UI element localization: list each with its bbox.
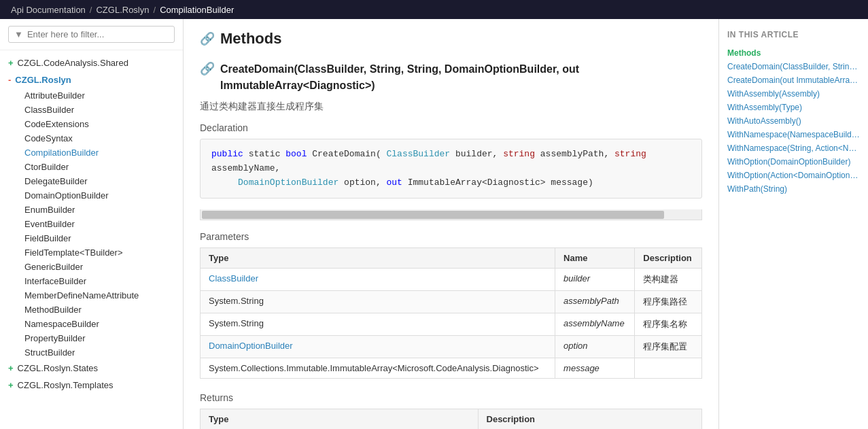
code-type-domainoptionbuilder: DomainOptionBuilder: [238, 177, 338, 188]
sidebar-item-fieldtemplate[interactable]: FieldTemplate<TBuilder>: [16, 245, 183, 260]
toc-item-withassembly-assembly[interactable]: WithAssembly(Assembly): [727, 87, 860, 101]
param-type-domainoptionbuilder-link[interactable]: DomainOptionBuilder: [209, 341, 293, 351]
param-desc-assemblypath: 程序集路径: [635, 291, 702, 313]
sidebar-item-ctorbuilder[interactable]: CtorBuilder: [16, 160, 183, 174]
parameters-table: Type Name Description ClassBuilder build…: [200, 247, 702, 379]
breadcrumb-api-docs[interactable]: Api Documentation: [11, 5, 86, 15]
params-col-name: Name: [555, 248, 635, 269]
param-type-classbuilder-link[interactable]: ClassBuilder: [209, 273, 258, 284]
toc-item-withassembly-type[interactable]: WithAssembly(Type): [727, 101, 860, 114]
filter-input-wrap[interactable]: ▼: [8, 26, 175, 43]
sidebar-item-classbuilder[interactable]: ClassBuilder: [16, 103, 183, 117]
sidebar-group-czgl-roslyn-states[interactable]: + CZGL.Roslyn.States: [0, 360, 183, 377]
sidebar-item-structbuilder[interactable]: StructBuilder: [16, 345, 183, 360]
expand-icon-templates: +: [8, 380, 14, 390]
code-text-immutable: ImmutableArray<Diagnostic> message): [408, 177, 593, 188]
sidebar-group-label-templates: CZGL.Roslyn.Templates: [18, 380, 114, 390]
sidebar-item-enumbuilder[interactable]: EnumBuilder: [16, 203, 183, 217]
expand-icon-states: +: [8, 363, 14, 373]
code-keyword-out: out: [387, 177, 402, 188]
param-desc-builder: 类构建器: [635, 269, 702, 291]
returns-col-desc: Description: [478, 409, 701, 429]
expand-icon-roslyn: -: [8, 75, 11, 85]
toc-item-withnamespace-builder[interactable]: WithNamespace(NamespaceBuilder): [727, 128, 860, 141]
code-type-classbuilder: ClassBuilder: [387, 149, 451, 159]
breadcrumb: Api Documentation / CZGL.Roslyn / Compil…: [0, 0, 868, 19]
anchor-icon-createdomain: 🔗: [200, 61, 215, 76]
sidebar-item-methodbuilder[interactable]: MethodBuilder: [16, 303, 183, 317]
breadcrumb-sep-1: /: [90, 5, 92, 15]
sidebar-item-delegatebuilder[interactable]: DelegateBuilder: [16, 174, 183, 188]
sidebar-item-fieldbuilder[interactable]: FieldBuilder: [16, 231, 183, 245]
sidebar-item-propertybuilder[interactable]: PropertyBuilder: [16, 331, 183, 345]
table-row: DomainOptionBuilder option 程序集配置: [201, 336, 702, 358]
params-col-desc: Description: [635, 248, 702, 269]
returns-label: Returns: [200, 392, 702, 403]
toc-item-methods[interactable]: Methods: [727, 46, 860, 60]
parameters-label: Parameters: [200, 231, 702, 242]
code-text-option: option,: [344, 177, 386, 188]
param-type-systemstring2: System.String: [201, 313, 555, 336]
declaration-label: Declaration: [200, 122, 702, 133]
param-name-option: option: [563, 341, 587, 351]
sidebar-item-attributebuilder[interactable]: AttributeBuilder: [16, 88, 183, 103]
code-keyword-public: public: [211, 149, 243, 159]
sidebar-item-compilationbuilder[interactable]: CompilationBuilder: [16, 145, 183, 160]
sidebar-group-czgl-codeanalysis-shared[interactable]: + CZGL.CodeAnalysis.Shared: [0, 54, 183, 71]
code-param-string2: string: [614, 149, 646, 159]
sidebar-group-label-states: CZGL.Roslyn.States: [18, 363, 99, 373]
table-row: System.String assemblyPath 程序集路径: [201, 291, 702, 313]
code-text-builder: builder,: [455, 149, 503, 159]
sidebar-item-interfacebuilder[interactable]: InterfaceBuilder: [16, 274, 183, 288]
breadcrumb-current: CompilationBuilder: [160, 5, 234, 15]
param-desc-message: [635, 358, 702, 379]
toc-item-createdomain1[interactable]: CreateDomain(ClassBuilder, String, Stri.…: [727, 60, 860, 73]
param-name-builder: builder: [563, 273, 590, 284]
sidebar-item-domainoptionbuilder[interactable]: DomainOptionBuilder: [16, 188, 183, 203]
toc-item-createdomain2[interactable]: CreateDomain(out ImmutableArray<Di...: [727, 73, 860, 87]
param-name-assemblypath: assemblyPath: [563, 296, 619, 306]
sidebar-items-roslyn: AttributeBuilder ClassBuilder CodeExtens…: [0, 88, 183, 360]
scroll-handle: [202, 211, 664, 219]
params-col-type: Type: [201, 248, 555, 269]
filter-box: ▼: [0, 19, 183, 50]
code-text-assemblypath: assemblyPath,: [540, 149, 614, 159]
code-text-static: static: [249, 149, 286, 159]
param-type-immutablearray: System.Collections.Immutable.ImmutableAr…: [201, 358, 555, 379]
sidebar-group-label-roslyn: CZGL.Roslyn: [15, 75, 71, 85]
section-title-text: Methods: [220, 30, 281, 48]
param-desc-option: 程序集配置: [635, 336, 702, 358]
method-header-createdomain: 🔗 CreateDomain(ClassBuilder, String, Str…: [200, 61, 702, 94]
filter-icon: ▼: [14, 29, 23, 39]
method-title-createdomain: CreateDomain(ClassBuilder, String, Strin…: [220, 61, 702, 94]
sidebar-item-namespacebuilder[interactable]: NamespaceBuilder: [16, 317, 183, 331]
table-row: ClassBuilder builder 类构建器: [201, 269, 702, 291]
sidebar-item-eventbuilder[interactable]: EventBuilder: [16, 217, 183, 231]
breadcrumb-czgl-roslyn[interactable]: CZGL.Roslyn: [96, 5, 149, 15]
toc-item-withpath[interactable]: WithPath(String): [727, 182, 860, 196]
toc-item-withoption-action[interactable]: WithOption(Action<DomainOptionBuil...: [727, 169, 860, 182]
code-text-assemblyname: assemblyName,: [211, 163, 280, 173]
code-scrollbar[interactable]: [200, 209, 702, 220]
sidebar-item-codeextensions[interactable]: CodeExtensions: [16, 117, 183, 131]
code-keyword-bool: bool: [285, 149, 307, 159]
expand-icon-shared: +: [8, 58, 14, 68]
method-desc-createdomain: 通过类构建器直接生成程序集: [200, 101, 702, 113]
toc-item-withautoassembly[interactable]: WithAutoAssembly(): [727, 114, 860, 128]
code-text-indent: [211, 177, 232, 188]
toc-item-withoption-domain[interactable]: WithOption(DomainOptionBuilder): [727, 155, 860, 169]
search-input[interactable]: [27, 29, 169, 39]
returns-table: Type Description System.Boolean: [200, 409, 702, 429]
sidebar-item-memberdefinenameattribute[interactable]: MemberDefineNameAttribute: [16, 288, 183, 303]
table-row: System.String assemblyName 程序集名称: [201, 313, 702, 336]
sidebar-item-genericbuilder[interactable]: GenericBuilder: [16, 260, 183, 274]
sidebar-item-codesyntax[interactable]: CodeSyntax: [16, 131, 183, 145]
sidebar-group-label-shared: CZGL.CodeAnalysis.Shared: [18, 58, 128, 68]
toc-item-withnamespace-string[interactable]: WithNamespace(String, Action<Names...: [727, 141, 860, 155]
param-desc-assemblyname: 程序集名称: [635, 313, 702, 336]
breadcrumb-sep-2: /: [154, 5, 156, 15]
toc-title: IN THIS ARTICLE: [727, 30, 860, 39]
sidebar-group-czgl-roslyn[interactable]: - CZGL.Roslyn: [0, 71, 183, 88]
sidebar-group-czgl-roslyn-templates[interactable]: + CZGL.Roslyn.Templates: [0, 377, 183, 394]
table-row: System.Collections.Immutable.ImmutableAr…: [201, 358, 702, 379]
